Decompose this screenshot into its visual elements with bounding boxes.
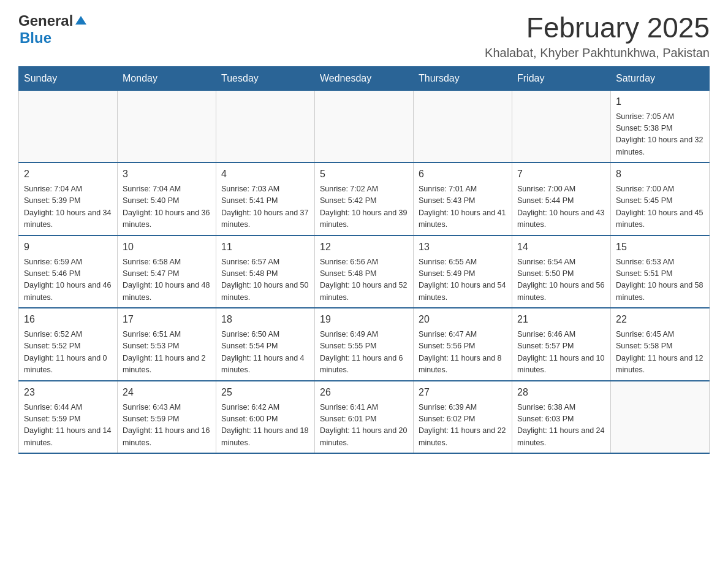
calendar-cell <box>512 90 611 163</box>
day-info: Sunrise: 7:02 AM Sunset: 5:42 PM Dayligh… <box>320 183 408 231</box>
day-number: 27 <box>419 385 507 400</box>
day-number: 6 <box>419 167 507 182</box>
calendar-week-row: 1Sunrise: 7:05 AM Sunset: 5:38 PM Daylig… <box>19 90 710 163</box>
logo: General Blue <box>18 12 86 47</box>
day-number: 26 <box>320 385 408 400</box>
day-info: Sunrise: 6:58 AM Sunset: 5:47 PM Dayligh… <box>123 256 211 304</box>
day-info: Sunrise: 6:51 AM Sunset: 5:53 PM Dayligh… <box>123 329 211 377</box>
calendar-cell: 10Sunrise: 6:58 AM Sunset: 5:47 PM Dayli… <box>118 236 216 308</box>
day-info: Sunrise: 6:45 AM Sunset: 5:58 PM Dayligh… <box>616 329 704 377</box>
calendar-day-header: Tuesday <box>216 66 315 90</box>
day-info: Sunrise: 6:50 AM Sunset: 5:54 PM Dayligh… <box>221 329 309 377</box>
calendar-day-header: Wednesday <box>315 66 414 90</box>
day-info: Sunrise: 7:04 AM Sunset: 5:40 PM Dayligh… <box>123 183 211 231</box>
logo-triangle-icon <box>75 15 86 28</box>
day-number: 21 <box>517 312 605 327</box>
calendar-week-row: 9Sunrise: 6:59 AM Sunset: 5:46 PM Daylig… <box>19 236 710 308</box>
calendar-cell: 7Sunrise: 7:00 AM Sunset: 5:44 PM Daylig… <box>512 163 611 236</box>
day-number: 19 <box>320 312 408 327</box>
day-info: Sunrise: 7:01 AM Sunset: 5:43 PM Dayligh… <box>419 183 507 231</box>
day-number: 28 <box>517 385 605 400</box>
calendar-cell: 6Sunrise: 7:01 AM Sunset: 5:43 PM Daylig… <box>414 163 512 236</box>
calendar-header-row: SundayMondayTuesdayWednesdayThursdayFrid… <box>19 66 710 90</box>
calendar-cell <box>19 90 118 163</box>
day-number: 17 <box>123 312 211 327</box>
calendar-cell <box>611 381 710 454</box>
day-number: 9 <box>24 240 112 255</box>
day-info: Sunrise: 6:42 AM Sunset: 6:00 PM Dayligh… <box>221 402 309 450</box>
day-number: 16 <box>24 312 112 327</box>
calendar-cell: 18Sunrise: 6:50 AM Sunset: 5:54 PM Dayli… <box>216 308 315 381</box>
day-info: Sunrise: 6:55 AM Sunset: 5:49 PM Dayligh… <box>419 256 507 304</box>
day-info: Sunrise: 7:00 AM Sunset: 5:45 PM Dayligh… <box>616 183 704 231</box>
day-number: 13 <box>419 240 507 255</box>
day-info: Sunrise: 7:04 AM Sunset: 5:39 PM Dayligh… <box>24 183 112 231</box>
day-number: 11 <box>221 240 309 255</box>
calendar-day-header: Sunday <box>19 66 118 90</box>
day-number: 25 <box>221 385 309 400</box>
calendar-cell <box>414 90 512 163</box>
day-info: Sunrise: 6:38 AM Sunset: 6:03 PM Dayligh… <box>517 402 605 450</box>
calendar-week-row: 2Sunrise: 7:04 AM Sunset: 5:39 PM Daylig… <box>19 163 710 236</box>
calendar-week-row: 16Sunrise: 6:52 AM Sunset: 5:52 PM Dayli… <box>19 308 710 381</box>
day-number: 15 <box>616 240 704 255</box>
day-info: Sunrise: 6:54 AM Sunset: 5:50 PM Dayligh… <box>517 256 605 304</box>
calendar-cell: 4Sunrise: 7:03 AM Sunset: 5:41 PM Daylig… <box>216 163 315 236</box>
day-info: Sunrise: 6:52 AM Sunset: 5:52 PM Dayligh… <box>24 329 112 377</box>
day-number: 8 <box>616 167 704 182</box>
calendar-cell: 24Sunrise: 6:43 AM Sunset: 5:59 PM Dayli… <box>118 381 216 454</box>
calendar-day-header: Saturday <box>611 66 710 90</box>
day-number: 4 <box>221 167 309 182</box>
svg-marker-0 <box>75 16 86 25</box>
day-info: Sunrise: 7:00 AM Sunset: 5:44 PM Dayligh… <box>517 183 605 231</box>
day-number: 2 <box>24 167 112 182</box>
day-info: Sunrise: 6:47 AM Sunset: 5:56 PM Dayligh… <box>419 329 507 377</box>
calendar-day-header: Friday <box>512 66 611 90</box>
calendar-cell: 16Sunrise: 6:52 AM Sunset: 5:52 PM Dayli… <box>19 308 118 381</box>
calendar-cell: 26Sunrise: 6:41 AM Sunset: 6:01 PM Dayli… <box>315 381 414 454</box>
day-number: 5 <box>320 167 408 182</box>
day-number: 24 <box>123 385 211 400</box>
calendar-day-header: Thursday <box>414 66 512 90</box>
calendar-cell: 28Sunrise: 6:38 AM Sunset: 6:03 PM Dayli… <box>512 381 611 454</box>
calendar-cell: 21Sunrise: 6:46 AM Sunset: 5:57 PM Dayli… <box>512 308 611 381</box>
calendar-cell: 12Sunrise: 6:56 AM Sunset: 5:48 PM Dayli… <box>315 236 414 308</box>
calendar-cell <box>315 90 414 163</box>
calendar-cell: 25Sunrise: 6:42 AM Sunset: 6:00 PM Dayli… <box>216 381 315 454</box>
logo-general-text: General <box>18 12 73 29</box>
day-number: 10 <box>123 240 211 255</box>
day-number: 7 <box>517 167 605 182</box>
day-number: 18 <box>221 312 309 327</box>
day-info: Sunrise: 6:56 AM Sunset: 5:48 PM Dayligh… <box>320 256 408 304</box>
day-number: 20 <box>419 312 507 327</box>
day-number: 12 <box>320 240 408 255</box>
day-info: Sunrise: 6:41 AM Sunset: 6:01 PM Dayligh… <box>320 402 408 450</box>
day-number: 23 <box>24 385 112 400</box>
day-info: Sunrise: 6:49 AM Sunset: 5:55 PM Dayligh… <box>320 329 408 377</box>
calendar-cell: 13Sunrise: 6:55 AM Sunset: 5:49 PM Dayli… <box>414 236 512 308</box>
calendar-cell: 1Sunrise: 7:05 AM Sunset: 5:38 PM Daylig… <box>611 90 710 163</box>
calendar-cell: 22Sunrise: 6:45 AM Sunset: 5:58 PM Dayli… <box>611 308 710 381</box>
calendar-cell: 20Sunrise: 6:47 AM Sunset: 5:56 PM Dayli… <box>414 308 512 381</box>
month-title: February 2025 <box>485 12 710 44</box>
calendar-cell: 15Sunrise: 6:53 AM Sunset: 5:51 PM Dayli… <box>611 236 710 308</box>
logo-blue-text: Blue <box>20 29 51 46</box>
day-number: 14 <box>517 240 605 255</box>
day-number: 22 <box>616 312 704 327</box>
calendar-cell: 11Sunrise: 6:57 AM Sunset: 5:48 PM Dayli… <box>216 236 315 308</box>
day-info: Sunrise: 6:57 AM Sunset: 5:48 PM Dayligh… <box>221 256 309 304</box>
day-info: Sunrise: 6:44 AM Sunset: 5:59 PM Dayligh… <box>24 402 112 450</box>
day-info: Sunrise: 6:59 AM Sunset: 5:46 PM Dayligh… <box>24 256 112 304</box>
calendar-cell <box>216 90 315 163</box>
calendar-cell: 9Sunrise: 6:59 AM Sunset: 5:46 PM Daylig… <box>19 236 118 308</box>
calendar-cell: 3Sunrise: 7:04 AM Sunset: 5:40 PM Daylig… <box>118 163 216 236</box>
calendar-week-row: 23Sunrise: 6:44 AM Sunset: 5:59 PM Dayli… <box>19 381 710 454</box>
day-info: Sunrise: 6:53 AM Sunset: 5:51 PM Dayligh… <box>616 256 704 304</box>
calendar-cell <box>118 90 216 163</box>
calendar-cell: 23Sunrise: 6:44 AM Sunset: 5:59 PM Dayli… <box>19 381 118 454</box>
calendar-cell: 8Sunrise: 7:00 AM Sunset: 5:45 PM Daylig… <box>611 163 710 236</box>
calendar-day-header: Monday <box>118 66 216 90</box>
day-info: Sunrise: 6:46 AM Sunset: 5:57 PM Dayligh… <box>517 329 605 377</box>
day-info: Sunrise: 7:03 AM Sunset: 5:41 PM Dayligh… <box>221 183 309 231</box>
calendar-cell: 27Sunrise: 6:39 AM Sunset: 6:02 PM Dayli… <box>414 381 512 454</box>
